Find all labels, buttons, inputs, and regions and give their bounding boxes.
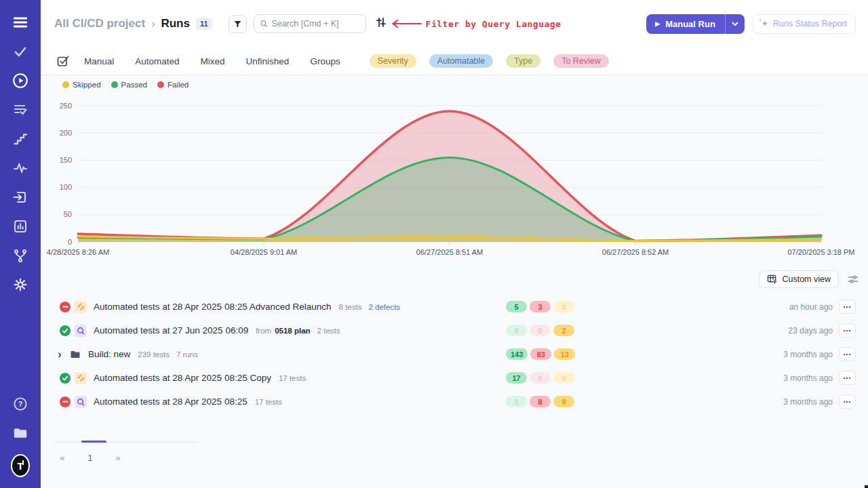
imports-icon[interactable] <box>11 188 30 207</box>
folder-icon <box>69 348 81 361</box>
failed-count-badge: 8 <box>530 396 551 407</box>
test-plans-icon[interactable] <box>11 100 30 119</box>
chevron-down-icon <box>732 22 738 26</box>
left-arrow-icon <box>391 19 422 28</box>
run-row[interactable]: Automated tests at 28 Apr 2025 08:25 Cop… <box>54 366 857 390</box>
pagination-divider <box>54 442 197 443</box>
docs-folder-icon[interactable] <box>11 424 30 443</box>
legend-dot-icon <box>157 81 164 88</box>
settings-gear-icon[interactable] <box>11 275 30 294</box>
defects-link[interactable]: 2 defects <box>368 303 400 311</box>
svg-text:50: 50 <box>64 210 72 218</box>
runs-count-badge: 11 <box>196 18 212 30</box>
row-menu-button[interactable]: ••• <box>839 347 856 361</box>
svg-text:06/27/2025 8:52 AM: 06/27/2025 8:52 AM <box>602 248 669 256</box>
help-icon[interactable]: ? <box>11 394 30 413</box>
svg-text:250: 250 <box>60 102 72 110</box>
sparkles-icon: ✦+ <box>762 19 768 28</box>
filter-chip-automatable[interactable]: Automatable <box>429 54 493 68</box>
runs-status-report-button[interactable]: ✦+ Runs Status Report <box>753 14 856 34</box>
run-title: Automated tests at 28 Apr 2025 08:25 <box>94 396 248 407</box>
passed-count-badge: 17 <box>506 372 527 384</box>
breadcrumb-project[interactable]: All CI/CD project <box>54 17 145 30</box>
test-cases-icon[interactable] <box>11 42 30 61</box>
run-title: Automated tests at 28 Apr 2025 08:25 Adv… <box>94 302 332 312</box>
flaky-run-icon <box>75 301 87 313</box>
run-row[interactable]: Automated tests at 27 Jun 2025 06:09 fro… <box>54 319 857 342</box>
row-menu-button[interactable]: ••• <box>839 323 856 338</box>
result-badges: 5 3 0 <box>506 301 577 312</box>
custom-view-button[interactable]: Custom view <box>759 270 839 288</box>
milestones-steps-icon[interactable] <box>11 129 30 148</box>
run-meta: 239 tests7 runs <box>138 350 205 359</box>
status-passed-icon <box>60 325 71 336</box>
integrations-branch-icon[interactable] <box>11 246 30 265</box>
status-passed-icon <box>60 373 71 384</box>
skipped-count-badge: 13 <box>554 348 575 360</box>
tab-unfinished[interactable]: Unfinished <box>246 56 290 66</box>
play-icon: ▶ <box>655 20 660 27</box>
filter-chip-to-review[interactable]: To Review <box>553 54 609 68</box>
filter-chip-type[interactable]: Type <box>506 54 540 68</box>
pagination-page-1[interactable]: 1 <box>79 450 100 466</box>
svg-text:4/28/2025 8:26 AM: 4/28/2025 8:26 AM <box>47 248 109 256</box>
bulk-select-icon[interactable] <box>57 55 69 67</box>
run-meta-text: 0518 plan <box>275 327 310 335</box>
tab-automated[interactable]: Automated <box>135 56 179 66</box>
legend-item-failed[interactable]: Failed <box>157 81 189 89</box>
search-input[interactable] <box>272 19 360 28</box>
legend-item-passed[interactable]: Passed <box>111 81 147 89</box>
row-menu-button[interactable]: ••• <box>839 371 856 385</box>
search-box[interactable] <box>254 14 366 33</box>
app-logo[interactable]: T <box>11 453 30 479</box>
runs-icon-active[interactable] <box>11 71 30 90</box>
filter-chip-severity[interactable]: Severity <box>370 54 416 68</box>
breadcrumb-separator: › <box>151 18 155 30</box>
corner-mark <box>865 485 868 488</box>
run-row[interactable]: › Build: new 239 tests7 runs 143 83 13 3… <box>54 342 857 366</box>
manual-run-caret-button[interactable] <box>725 14 745 34</box>
result-badges: 0 8 9 <box>506 396 577 407</box>
flaky-run-icon <box>75 372 87 384</box>
run-row[interactable]: Automated tests at 28 Apr 2025 08:25 17 … <box>54 390 857 413</box>
expand-chevron-icon[interactable]: › <box>54 348 65 360</box>
tab-groups[interactable]: Groups <box>310 56 340 66</box>
run-meta: 17 tests <box>255 398 289 406</box>
manual-run-split-button: ▶ Manual Run <box>646 14 745 34</box>
chart-legend: SkippedPassedFailed <box>62 81 199 89</box>
run-row[interactable]: Automated tests at 28 Apr 2025 08:25 Adv… <box>54 295 857 319</box>
run-title: Automated tests at 28 Apr 2025 08:25 Cop… <box>94 373 271 383</box>
search-icon <box>260 19 268 28</box>
passed-count-badge: 0 <box>506 325 527 336</box>
pagination-next-button[interactable]: » <box>110 450 125 466</box>
automated-run-icon <box>75 325 87 337</box>
row-menu-button[interactable]: ••• <box>839 394 856 409</box>
run-timestamp: 3 months ago <box>783 397 833 407</box>
analytics-icon[interactable] <box>11 217 30 236</box>
pagination: « 1 » <box>54 450 126 466</box>
top-actions: ▶ Manual Run ✦+ Runs Status Report <box>646 14 856 34</box>
view-settings-icon[interactable] <box>848 274 859 285</box>
tab-manual[interactable]: Manual <box>84 56 114 66</box>
tab-mixed[interactable]: Mixed <box>201 56 225 66</box>
failed-count-badge: 83 <box>530 348 551 360</box>
menu-icon[interactable] <box>11 13 30 32</box>
query-filter-icon[interactable] <box>376 17 387 30</box>
funnel-icon <box>233 20 242 28</box>
skipped-count-badge: 0 <box>553 372 574 384</box>
annotation-text: Filter by Query Language <box>426 19 561 29</box>
top-bar: All CI/CD project › Runs 11 Filter by Qu… <box>41 0 868 47</box>
manual-run-button[interactable]: ▶ Manual Run <box>646 14 725 34</box>
filter-funnel-button[interactable] <box>229 15 247 33</box>
legend-item-skipped[interactable]: Skipped <box>62 81 101 89</box>
failed-count-badge: 0 <box>530 372 551 384</box>
activity-pulse-icon[interactable] <box>11 159 30 178</box>
run-meta-text: 17 tests <box>279 374 306 382</box>
result-badges: 143 83 13 <box>506 348 578 360</box>
pagination-prev-button[interactable]: « <box>54 450 70 466</box>
row-menu-button[interactable]: ••• <box>839 300 856 314</box>
run-timestamp: 3 months ago <box>783 350 833 359</box>
run-timestamp: an hour ago <box>789 302 833 312</box>
manual-run-label: Manual Run <box>665 19 715 29</box>
sidebar: ? T <box>0 0 41 488</box>
